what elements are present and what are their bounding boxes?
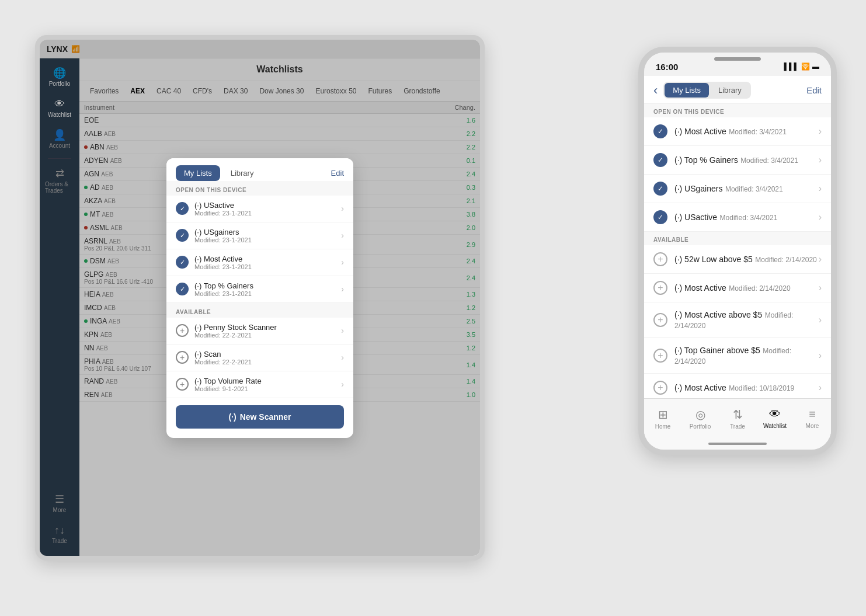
phone-nav-trade[interactable]: ⇅ Trade <box>719 403 756 434</box>
phone-available-items: + (·) 52w Low above $5 Modified: 2/14/20… <box>644 245 831 398</box>
phone-item-arrow: › <box>819 212 822 222</box>
phone-nav-bar: ‹ My Lists Library Edit <box>644 76 831 104</box>
phone-status-icons: ▌▌▌ 🛜 ▬ <box>784 62 819 71</box>
item-subtitle: Modified: 23-1-2021 <box>194 263 341 270</box>
modal-tab-mylists[interactable]: My Lists <box>176 165 220 181</box>
item-subtitle: Modified: 22-2-2021 <box>194 359 341 366</box>
phone-item-check: ✓ <box>653 182 667 196</box>
item-text: (·) Penny Stock Scanner Modified: 22-2-2… <box>194 323 341 339</box>
phone-open-item[interactable]: ✓ (·) USgainers Modified: 3/4/2021 › <box>644 175 831 203</box>
phone-open-item[interactable]: ✓ (·) Top % Gainers Modified: 3/4/2021 › <box>644 146 831 175</box>
item-plus-icon: + <box>176 378 189 391</box>
phone-list: OPEN ON THIS DEVICE ✓ (·) Most Active Mo… <box>644 104 831 398</box>
phone-nav-more[interactable]: ≡ More <box>794 403 831 434</box>
phone-item-subtitle: Modified: 3/4/2021 <box>740 156 798 165</box>
watchlist-nav-label: Watchlist <box>763 423 787 429</box>
item-check-icon: ✓ <box>176 256 189 269</box>
phone-item-text: (·) Top Gainer above $5 Modified: 2/14/2… <box>674 345 819 366</box>
modal-available-item[interactable]: + (·) Penny Stock Scanner Modified: 22-2… <box>166 318 353 344</box>
item-title: (·) Scan <box>194 350 341 359</box>
item-plus-icon: + <box>176 324 189 337</box>
modal-available-item[interactable]: + (·) Top Volume Rate Modified: 9-1-2021… <box>166 371 353 398</box>
phone-home-indicator <box>644 438 831 450</box>
wifi-icon: 🛜 <box>801 62 810 71</box>
phone-available-item[interactable]: + (·) Top Gainer above $5 Modified: 2/14… <box>644 338 831 374</box>
home-nav-icon: ⊞ <box>658 408 668 422</box>
portfolio-nav-icon: ◎ <box>695 408 705 422</box>
phone-nav-watchlist[interactable]: 👁 Watchlist <box>756 403 794 434</box>
item-title: (·) Top % Gainers <box>194 281 341 290</box>
modal: My Lists Library Edit OPEN ON THIS DEVIC… <box>166 158 353 438</box>
item-arrow-icon: › <box>341 353 344 362</box>
modal-available-section: AVAILABLE <box>166 303 353 318</box>
phone-tabs: My Lists Library <box>663 82 750 99</box>
signal-icon: ▌▌▌ <box>784 62 799 71</box>
phone-item-text: (·) Most Active above $5 Modified: 2/14/… <box>674 309 819 330</box>
phone-item-arrow: › <box>819 350 822 361</box>
phone-item-title: (·) Most Active <box>674 283 726 293</box>
phone-nav-home[interactable]: ⊞ Home <box>644 403 681 434</box>
item-arrow-icon: › <box>341 257 344 267</box>
phone: 16:00 ▌▌▌ 🛜 ▬ ‹ My Lists Library Edit OP… <box>638 47 837 455</box>
phone-item-subtitle: Modified: 2/14/2020 <box>755 256 816 264</box>
phone-home-bar <box>708 443 767 445</box>
phone-item-arrow: › <box>819 283 822 293</box>
phone-item-arrow: › <box>819 183 822 194</box>
item-text: (·) USactive Modified: 23-1-2021 <box>194 201 341 217</box>
phone-tab-mylists[interactable]: My Lists <box>665 83 709 98</box>
modal-open-item[interactable]: ✓ (·) USactive Modified: 23-1-2021 › <box>166 196 353 222</box>
phone-available-item[interactable]: + (·) Most Active Modified: 10/18/2019 › <box>644 374 831 398</box>
phone-edit-button[interactable]: Edit <box>806 85 822 95</box>
modal-open-item[interactable]: ✓ (·) USgainers Modified: 23-1-2021 › <box>166 222 353 249</box>
phone-open-item[interactable]: ✓ (·) USactive Modified: 3/4/2021 › <box>644 203 831 232</box>
phone-item-check: ✓ <box>653 210 667 224</box>
portfolio-nav-label: Portfolio <box>690 423 711 430</box>
phone-open-item[interactable]: ✓ (·) Most Active Modified: 3/4/2021 › <box>644 117 831 146</box>
phone-item-title: (·) Top Gainer above $5 <box>674 346 760 355</box>
item-check-icon: ✓ <box>176 283 189 295</box>
item-title: (·) Most Active <box>194 255 341 263</box>
phone-item-subtitle: Modified: 3/4/2021 <box>720 214 778 222</box>
phone-available-item[interactable]: + (·) Most Active Modified: 2/14/2020 › <box>644 274 831 302</box>
modal-tab-library[interactable]: Library <box>222 165 262 181</box>
phone-pill <box>714 57 761 61</box>
phone-item-arrow: › <box>819 382 822 393</box>
item-title: (·) Penny Stock Scanner <box>194 323 341 332</box>
modal-edit-button[interactable]: Edit <box>331 165 344 181</box>
phone-nav-portfolio[interactable]: ◎ Portfolio <box>681 403 719 434</box>
phone-available-item[interactable]: + (·) 52w Low above $5 Modified: 2/14/20… <box>644 245 831 274</box>
phone-item-text: (·) Most Active Modified: 10/18/2019 <box>674 382 819 393</box>
phone-item-plus: + <box>653 313 667 327</box>
phone-status-bar: 16:00 ▌▌▌ 🛜 ▬ <box>644 53 831 76</box>
phone-item-text: (·) 52w Low above $5 Modified: 2/14/2020 <box>674 254 819 265</box>
phone-available-item[interactable]: + (·) Most Active above $5 Modified: 2/1… <box>644 302 831 338</box>
phone-item-text: (·) USgainers Modified: 3/4/2021 <box>674 183 819 194</box>
phone-back-button[interactable]: ‹ <box>653 83 658 98</box>
phone-screen: ‹ My Lists Library Edit OPEN ON THIS DEV… <box>644 76 831 438</box>
item-arrow-icon: › <box>341 284 344 294</box>
trade-nav-label: Trade <box>730 423 745 430</box>
item-plus-icon: + <box>176 351 189 364</box>
battery-icon: ▬ <box>812 62 819 71</box>
item-subtitle: Modified: 9-1-2021 <box>194 385 341 392</box>
phone-item-check: ✓ <box>653 153 667 167</box>
modal-available-items: + (·) Penny Stock Scanner Modified: 22-2… <box>166 318 353 398</box>
modal-open-item[interactable]: ✓ (·) Top % Gainers Modified: 23-1-2021 … <box>166 276 353 303</box>
phone-item-subtitle: Modified: 2/14/2020 <box>729 284 790 293</box>
phone-item-arrow: › <box>819 155 822 165</box>
phone-item-title: (·) USactive <box>674 213 717 222</box>
phone-item-subtitle: Modified: 3/4/2021 <box>725 185 783 193</box>
phone-time: 16:00 <box>656 62 678 72</box>
phone-item-title: (·) Most Active above $5 <box>674 310 762 319</box>
new-scanner-button[interactable]: (·) New Scanner <box>176 405 344 429</box>
phone-item-arrow: › <box>819 315 822 325</box>
modal-open-section: OPEN ON THIS DEVICE <box>166 181 353 196</box>
tablet: LYNX 📶 🌐 Portfolio 👁 Watchlist 👤 Account… <box>35 35 485 561</box>
phone-tab-library[interactable]: Library <box>710 83 750 98</box>
modal-available-item[interactable]: + (·) Scan Modified: 22-2-2021 › <box>166 344 353 371</box>
item-title: (·) Top Volume Rate <box>194 377 341 385</box>
modal-open-items: ✓ (·) USactive Modified: 23-1-2021 › ✓ (… <box>166 196 353 303</box>
new-scanner-label: New Scanner <box>240 412 291 422</box>
modal-open-item[interactable]: ✓ (·) Most Active Modified: 23-1-2021 › <box>166 249 353 276</box>
phone-item-text: (·) Top % Gainers Modified: 3/4/2021 <box>674 155 819 165</box>
